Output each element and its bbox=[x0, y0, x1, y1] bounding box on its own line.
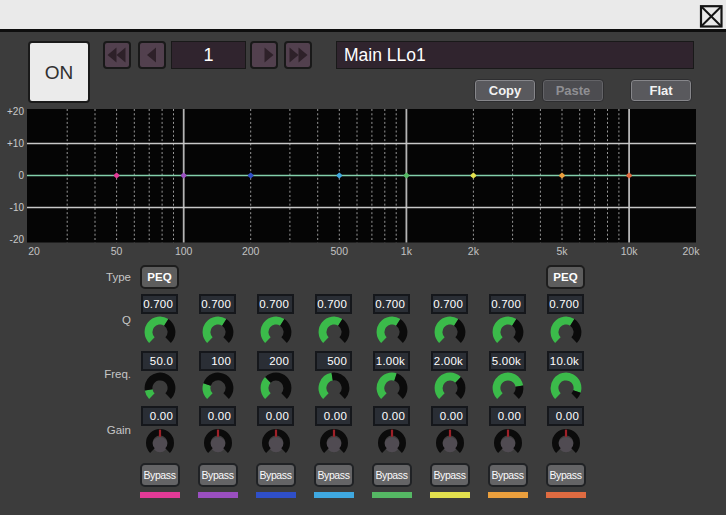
svg-text:100: 100 bbox=[175, 245, 193, 257]
svg-text:1k: 1k bbox=[401, 245, 413, 257]
svg-text:0: 0 bbox=[18, 170, 24, 181]
svg-text:-20: -20 bbox=[10, 234, 25, 245]
svg-text:2k: 2k bbox=[468, 245, 480, 257]
svg-text:20: 20 bbox=[28, 245, 40, 257]
svg-text:10k: 10k bbox=[621, 245, 639, 257]
svg-text:20k: 20k bbox=[683, 245, 701, 257]
svg-text:500: 500 bbox=[331, 245, 349, 257]
svg-text:+20: +20 bbox=[7, 106, 24, 117]
svg-text:-10: -10 bbox=[10, 202, 25, 213]
svg-text:5k: 5k bbox=[556, 245, 568, 257]
svg-text:50: 50 bbox=[111, 245, 123, 257]
svg-text:200: 200 bbox=[242, 245, 260, 257]
svg-text:+10: +10 bbox=[7, 138, 24, 149]
